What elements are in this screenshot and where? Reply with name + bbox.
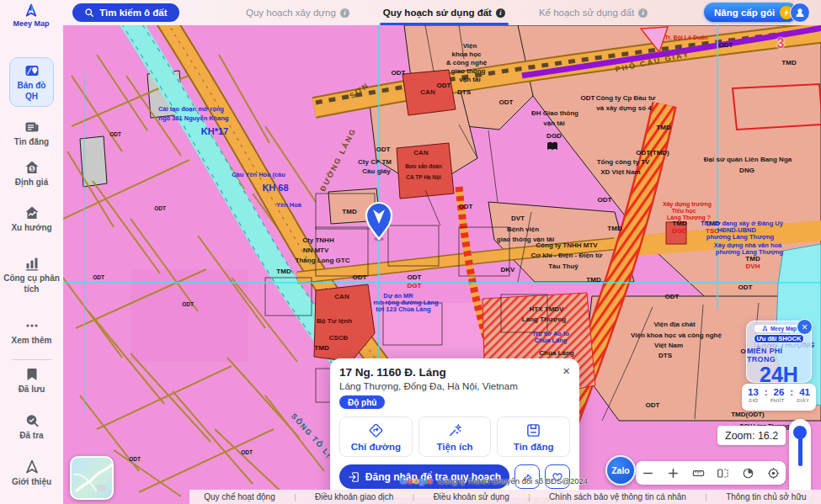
- footer-separator: |: [528, 493, 530, 501]
- promo-countdown: 13:26:41 GIỜPHÚTGIÂY: [742, 384, 816, 411]
- search-button-label: Tìm kiếm ô đất: [99, 8, 168, 18]
- coverage-badge: Độ phủ: [339, 395, 385, 409]
- brand-name: Meey Map: [13, 19, 49, 28]
- countdown-unit: GIÂY: [797, 398, 809, 403]
- footer-separator: |: [705, 493, 706, 501]
- sidebar-item-da-luu[interactable]: Đã lưu: [0, 367, 63, 395]
- sidebar-item-cong-cu-phan-tich[interactable]: Công cụ phân tích: [0, 256, 63, 294]
- tab-quy-hoach-xay-dung[interactable]: Quy hoạch xây dựngi: [246, 0, 349, 25]
- measure-button[interactable]: [689, 464, 707, 482]
- map-attribution: Google Công ty TNHH Chuyển đổi số BĐS@20…: [400, 475, 588, 485]
- sidebar-item-label: Đã lưu: [3, 385, 61, 395]
- google-logo-letter: o: [408, 475, 413, 485]
- popup-address: Láng Thượng, Đống Đa, Hà Nội, Vietnam: [339, 381, 570, 391]
- news-icon: [24, 119, 40, 135]
- popup-action-tin-dang[interactable]: Tin đăng: [497, 416, 570, 457]
- sidebar-item-tin-dang[interactable]: Tin đăng: [0, 119, 63, 148]
- sidebar-item-gioi-thieu[interactable]: Giới thiệu: [0, 459, 63, 488]
- login-icon: [348, 471, 360, 483]
- popup-action-label: Chỉ đường: [351, 442, 401, 452]
- sidebar-item-xu-huong[interactable]: Xu hướng: [0, 205, 63, 234]
- tab-label: Quy hoạch sử dụng đất: [383, 8, 492, 18]
- zalo-chat-button[interactable]: Zalo: [605, 455, 636, 485]
- countdown-digits: 13:26:41: [748, 387, 810, 397]
- tab-quy-hoach-su-dung-dat[interactable]: Quy hoạch sử dụng đấti: [383, 0, 505, 25]
- google-logo-letter: g: [419, 475, 425, 485]
- popup-action-label: Tiện ích: [436, 442, 472, 452]
- map-canvas[interactable]: ĐƯỜNG LÁNGPHỐ CẦU GIẤYSÔNG TÔ LỊCHSƠNCải…: [63, 25, 821, 504]
- minimap-art: [72, 458, 114, 500]
- sidebar-item-label: Bản đồ QH: [11, 81, 53, 102]
- wand-icon: [447, 422, 463, 438]
- popup-action-tien-ich[interactable]: Tiện ích: [418, 416, 492, 457]
- close-icon: ×: [562, 363, 570, 378]
- google-logo-letter: o: [413, 475, 419, 485]
- search-icon: [84, 8, 94, 18]
- zoom-slider-bar: [798, 438, 802, 466]
- countdown-value: 41: [799, 387, 810, 397]
- sidebar-divider: [12, 359, 51, 360]
- tab-label: Quy hoạch xây dựng: [246, 8, 336, 18]
- sidebar-item-dinh-gia[interactable]: $Định giá: [0, 160, 63, 188]
- footer-separator: |: [413, 493, 414, 501]
- countdown-units: GIỜPHÚTGIÂY: [748, 397, 810, 403]
- upgrade-plan-button[interactable]: Nâng cấp gói: [704, 3, 797, 22]
- tab-label: Kế hoạch sử dụng đất: [539, 8, 634, 18]
- compare-button[interactable]: [714, 464, 733, 482]
- meey-logo-icon: [24, 459, 40, 475]
- footer-link-thong-tin-chu-so-huu[interactable]: Thông tin chủ sở hữu: [726, 492, 807, 501]
- sidebar-item-label: Xem thêm: [3, 336, 61, 347]
- pie-button[interactable]: [738, 464, 757, 482]
- google-logo-letter: e: [428, 475, 433, 485]
- tab-ke-hoach-su-dung-dat[interactable]: Kế hoạch sử dụng đấti: [539, 0, 648, 25]
- sidebar-item-label: Đã tra: [3, 431, 61, 442]
- sidebar-item-label: Giới thiệu: [3, 477, 61, 488]
- minimap-toggle[interactable]: [70, 456, 114, 500]
- meey-map-app: ĐƯỜNG LÁNGPHỐ CẦU GIẤYSÔNG TÔ LỊCHSƠNCải…: [0, 0, 821, 504]
- footer-link-dieu-khoan-giao-dich[interactable]: Điều khoản giao dịch: [315, 492, 393, 501]
- footer-link-quy-che-hoat-dong[interactable]: Quy chế hoạt động: [204, 492, 275, 501]
- countdown-colon: :: [765, 387, 768, 397]
- plan-tabs: Quy hoạch xây dựngiQuy hoạch sử dụng đất…: [246, 0, 648, 25]
- promo-24h-label: 24H: [760, 364, 798, 385]
- minus-button[interactable]: [639, 464, 658, 482]
- countdown-value: 13: [748, 387, 759, 397]
- countdown-colon: :: [790, 387, 793, 397]
- upgrade-button-label: Nâng cấp gói: [714, 8, 775, 18]
- google-logo-letter: G: [400, 475, 408, 485]
- footer-link-chinh-sach-bao-ve-thong-tin-ca-nhan[interactable]: Chính sách bảo vệ thông tin cá nhân: [549, 492, 686, 501]
- attribution-text: Công ty TNHH Chuyển đổi số BĐS@2024: [438, 476, 588, 485]
- zoom-level-label: Zoom: 16.2: [717, 426, 786, 445]
- sidebar-item-label: Xu hướng: [3, 223, 61, 234]
- footer-link-dieu-khoan-su-dung[interactable]: Điều khoản sử dụng: [434, 492, 509, 501]
- promo-deal-button[interactable]: Ưu đãi SHOCK: [754, 334, 804, 343]
- bookmark-icon: [24, 367, 40, 382]
- sidebar-item-xem-them[interactable]: Xem thêm: [0, 318, 63, 347]
- svg-text:$: $: [30, 166, 34, 172]
- meey-logo-icon: [23, 3, 40, 19]
- person-icon: [794, 7, 806, 19]
- popup-action-label: Tin đăng: [514, 442, 554, 452]
- plus-button[interactable]: [664, 464, 682, 482]
- info-icon: i: [496, 8, 505, 18]
- popup-action-chi-duong[interactable]: Chỉ đường: [339, 416, 413, 457]
- meey-logo-icon: [761, 325, 769, 332]
- map-pin-icon: [24, 63, 40, 78]
- countdown-unit: GIỜ: [749, 398, 759, 403]
- account-avatar[interactable]: [790, 3, 810, 23]
- promo-close-button[interactable]: ×: [797, 319, 813, 335]
- sidebar-item-label: Công cụ phân tích: [3, 273, 61, 294]
- sidebar-item-da-tra[interactable]: Đã tra: [0, 413, 63, 442]
- house-dollar-icon: $: [24, 160, 40, 175]
- bar-chart-icon: [24, 256, 40, 271]
- info-icon: i: [340, 8, 349, 18]
- locate-button[interactable]: [764, 464, 782, 482]
- google-logo: Google: [400, 475, 433, 485]
- info-icon: i: [638, 8, 648, 18]
- search-button[interactable]: Tìm kiếm ô đất: [72, 3, 179, 22]
- brand-logo[interactable]: Meey Map: [0, 0, 62, 39]
- popup-close-button[interactable]: ×: [562, 363, 570, 378]
- close-icon: ×: [802, 321, 808, 333]
- house-trend-icon: [24, 205, 40, 220]
- sidebar-item-ban-do-qh[interactable]: Bản đồ QH: [9, 57, 54, 107]
